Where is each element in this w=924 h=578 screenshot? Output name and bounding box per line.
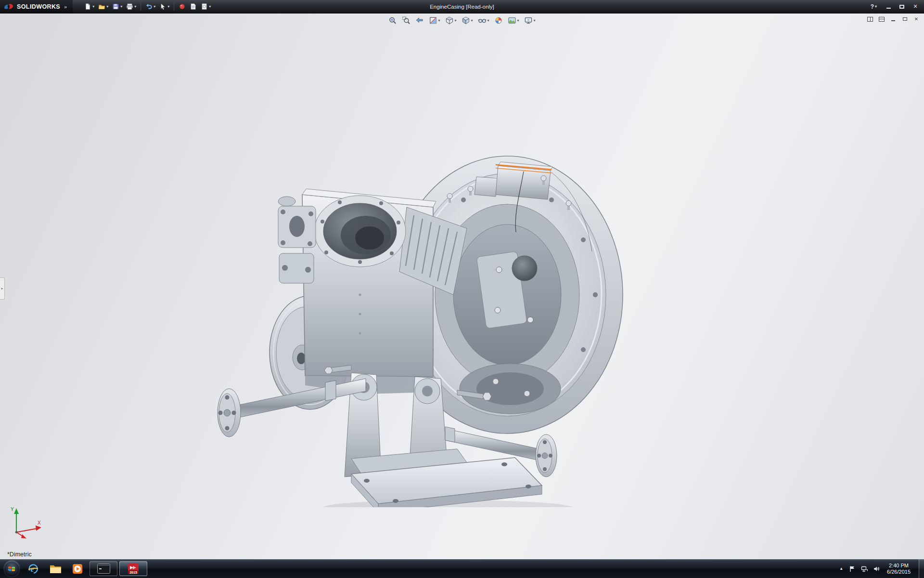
zoom-to-area-button[interactable] — [401, 16, 411, 25]
new-document-button[interactable]: ▾ — [82, 2, 96, 11]
print-icon — [126, 3, 133, 10]
viewport-split-horizontal-button[interactable] — [878, 15, 886, 23]
new-document-icon — [84, 3, 91, 10]
orientation-triad: Y X — [10, 504, 45, 540]
3d-model-engine-casing[interactable] — [207, 150, 626, 507]
help-button[interactable]: ? ▾ — [871, 3, 877, 10]
options-icon — [201, 3, 208, 10]
zoom-to-fit-button[interactable] — [387, 16, 398, 25]
restore-button[interactable] — [896, 2, 908, 12]
zoom-to-fit-icon — [388, 16, 397, 25]
color-swatch-icon — [179, 3, 186, 10]
split-horizontal-icon — [879, 17, 885, 22]
media-player-icon — [72, 564, 83, 574]
color-swatch-button[interactable] — [177, 2, 188, 11]
brand-text: SOLIDWORKS — [17, 3, 60, 10]
save-icon — [112, 3, 119, 10]
dropdown-caret: ▾ — [120, 5, 122, 9]
open-button[interactable]: ▾ — [96, 2, 110, 11]
windows-explorer-button[interactable] — [44, 559, 66, 578]
viewport-split-vertical-button[interactable] — [866, 15, 874, 23]
app-menu-button[interactable]: SOLIDWORKS » — [0, 0, 73, 13]
media-player-button[interactable] — [66, 559, 89, 578]
dropdown-caret: ▾ — [488, 19, 489, 23]
network-button[interactable] — [860, 564, 868, 574]
hidden-icons-button[interactable]: ▲ — [838, 566, 844, 571]
action-center-button[interactable] — [848, 564, 856, 574]
main-toolbar: ▾ ▾ ▾ — [82, 2, 213, 11]
feature-panel-flyout-tab[interactable]: ▸ — [0, 277, 5, 300]
hide-show-items-button[interactable]: ▾ — [477, 16, 490, 25]
start-button[interactable] — [4, 561, 20, 577]
apply-scene-button[interactable]: ▾ — [507, 16, 520, 25]
dropdown-caret: ▾ — [209, 5, 211, 9]
dropdown-caret: ▾ — [534, 19, 536, 23]
restore-icon — [903, 17, 907, 21]
minimize-button[interactable] — [883, 2, 894, 12]
dropdown-caret: ▾ — [454, 19, 456, 23]
windows-flag-icon — [7, 565, 16, 573]
open-folder-icon — [98, 3, 105, 10]
dropdown-caret: ▾ — [167, 5, 169, 9]
view-settings-icon — [525, 16, 533, 25]
taskbar-clock[interactable]: 2:40 PM 6/26/2015 — [884, 563, 915, 575]
internet-explorer-button[interactable]: e — [22, 559, 44, 578]
x-axis-arrow — [36, 525, 41, 531]
taskbar: e — [0, 559, 924, 578]
zoom-to-area-icon — [402, 16, 410, 25]
action-center-flag-icon — [849, 565, 856, 572]
file-properties-button[interactable] — [188, 2, 199, 11]
command-prompt-button[interactable] — [90, 561, 117, 576]
y-axis-label: Y — [11, 507, 14, 512]
dropdown-caret: ▾ — [106, 5, 108, 9]
document-minimize-button[interactable] — [889, 15, 897, 23]
dropdown-caret: ▾ — [875, 5, 877, 9]
y-axis-arrow — [14, 508, 19, 514]
solidworks-2015-button[interactable]: 2015 — [119, 561, 147, 576]
graphics-viewport[interactable]: ▾ ▾ ▾ — [0, 13, 924, 559]
select-button[interactable]: ▾ — [157, 2, 171, 11]
previous-view-button[interactable] — [414, 16, 424, 25]
previous-view-icon — [415, 16, 424, 25]
undo-button[interactable]: ▾ — [143, 2, 157, 11]
internet-explorer-icon: e — [27, 563, 39, 575]
dropdown-caret: ▾ — [92, 5, 94, 9]
undo-icon — [145, 3, 153, 10]
volume-icon — [873, 565, 880, 572]
x-axis-label: X — [38, 520, 41, 525]
save-button[interactable]: ▾ — [110, 2, 124, 11]
options-button[interactable]: ▾ — [199, 2, 213, 11]
command-prompt-icon — [97, 564, 110, 574]
close-button[interactable]: ✕ — [910, 2, 921, 12]
section-view-button[interactable]: ▾ — [428, 16, 441, 25]
view-orientation-icon — [445, 16, 453, 25]
view-orientation-label: *Dimetric — [7, 551, 32, 558]
show-desktop-button[interactable] — [919, 559, 924, 578]
dropdown-caret: ▾ — [154, 5, 155, 9]
select-cursor-icon — [159, 3, 167, 10]
print-button[interactable]: ▾ — [124, 2, 138, 11]
edit-appearance-icon — [495, 16, 503, 25]
restore-icon — [899, 5, 904, 9]
3ds-logo-icon — [3, 3, 14, 10]
dropdown-caret: ▾ — [517, 19, 519, 23]
dropdown-caret: ▾ — [134, 5, 136, 9]
folder-icon — [50, 564, 62, 574]
view-orientation-button[interactable]: ▾ — [444, 16, 457, 25]
hide-show-items-icon — [478, 16, 487, 25]
document-close-button[interactable]: ✕ — [912, 15, 920, 23]
clock-time: 2:40 PM — [887, 563, 911, 569]
titlebar-controls: ? ▾ ✕ — [871, 2, 924, 12]
view-settings-button[interactable]: ▾ — [524, 16, 537, 25]
network-icon — [861, 565, 868, 572]
apply-scene-icon — [508, 16, 516, 25]
toolbar-separator — [141, 2, 141, 11]
document-restore-button[interactable] — [901, 15, 909, 23]
edit-appearance-button[interactable] — [494, 16, 504, 25]
clock-date: 6/26/2015 — [887, 569, 911, 575]
close-icon: ✕ — [913, 3, 917, 10]
titlebar: SOLIDWORKS » ▾ ▾ — [0, 0, 924, 13]
volume-button[interactable] — [872, 564, 880, 574]
display-style-button[interactable]: ▾ — [461, 16, 474, 25]
panel-arrow-icon: ▸ — [1, 287, 3, 290]
